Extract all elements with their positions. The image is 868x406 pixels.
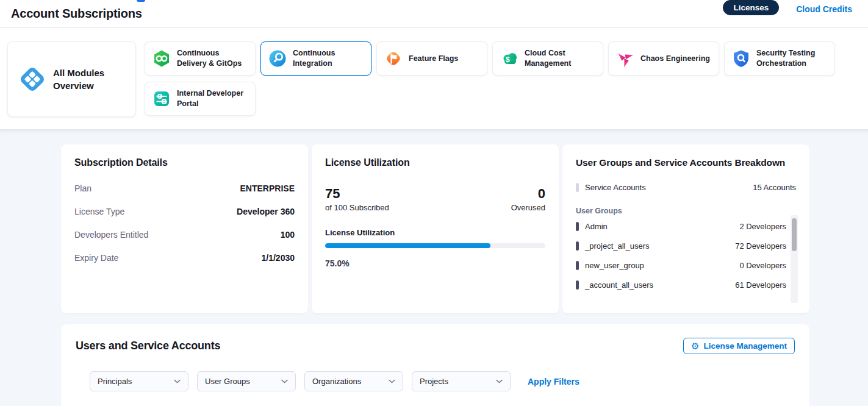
cd-gitops-icon [152,49,171,68]
detail-row-developers-entitled: Developers Entitled 100 [74,230,295,240]
detail-label: License Type [74,207,124,216]
gear-icon: ⚙ [691,341,699,351]
chevron-down-icon [496,379,503,383]
content-area: Subscription Details Plan ENTERPRISE Lic… [0,129,868,406]
group-name: Admin [585,222,608,231]
service-accounts-row: Service Accounts 15 Accounts [576,183,796,192]
module-card-continuous-integration[interactable]: Continuous Integration [260,41,371,76]
usage-numbers: 75 of 100 Subscribed 0 Overused [325,187,545,212]
license-utilization-title: License Utilization [325,157,545,168]
group-value: 61 Developers [735,280,796,290]
dropdown-label: User Groups [205,377,250,386]
module-card-feature-flags[interactable]: Feature Flags [376,41,487,76]
dropdown-label: Projects [420,377,448,386]
module-label: Internal Developer Portal [177,88,249,109]
projects-dropdown[interactable]: Projects [412,371,511,391]
license-utilization-bar-track [325,243,545,248]
module-label: Continuous Integration [293,48,365,69]
dropdown-label: Organizations [312,377,361,386]
security-testing-icon [732,49,750,68]
module-label: Chaos Engineering [640,54,710,64]
group-marker [576,241,579,251]
developer-portal-icon [152,90,171,108]
detail-value: 1/1/2030 [262,253,295,263]
all-modules-overview-label: All Modules Overview [53,66,120,92]
chaos-engineering-icon [616,49,634,68]
subscription-details-title: Subscription Details [74,157,295,168]
list-item: Admin 2 Developers [576,216,796,236]
svg-text:$: $ [506,55,510,64]
license-utilization-card: License Utilization 75 of 100 Subscribed… [312,144,559,313]
module-label: Continuous Delivery & GitOps [177,48,249,69]
detail-value: 100 [281,230,295,240]
chevron-down-icon [174,379,181,383]
service-accounts-label: Service Accounts [585,183,646,192]
detail-label: Plan [74,183,91,193]
header-actions: Licenses Cloud Credits [723,0,852,15]
apply-filters-button[interactable]: Apply Filters [528,377,579,386]
group-value: 72 Developers [735,241,796,251]
cloud-credits-link[interactable]: Cloud Credits [796,2,852,14]
module-card-cloud-cost[interactable]: $ Cloud Cost Management [492,41,603,76]
chevron-down-icon [389,379,395,383]
module-strip: All Modules Overview Continuous Delivery… [0,28,868,129]
page-title: Account Subscriptions [11,7,142,21]
license-management-label: License Management [703,341,787,351]
user-groups-list: Admin 2 Developers _project_all_users 72… [576,216,796,294]
detail-row-license-type: License Type Developer 360 [74,207,295,216]
licenses-button[interactable]: Licenses [723,0,779,15]
detail-row-expiry-date: Expiry Date 1/1/2030 [74,253,295,263]
module-label: Cloud Cost Management [525,48,597,69]
license-utilization-bar-fill [325,243,490,248]
users-and-service-accounts-card: Users and Service Accounts ⚙ License Man… [61,324,809,406]
breakdown-card: User Groups and Service Accounts Breakdo… [562,144,809,313]
chevron-down-icon [281,379,288,383]
users-section-title: Users and Service Accounts [76,340,220,352]
module-label: Security Testing Orchestration [756,48,828,69]
nav-active-indicator [137,0,145,2]
user-groups-heading: User Groups [576,207,796,215]
utilization-percent: 75.0% [325,258,545,268]
detail-row-plan: Plan ENTERPRISE [74,183,295,193]
module-card-cd-gitops[interactable]: Continuous Delivery & GitOps [145,41,256,76]
used-count: 75 [325,187,389,201]
all-modules-overview-card[interactable]: All Modules Overview [7,41,136,117]
groups-scrollbar-track[interactable] [791,215,798,303]
group-value: 0 Developers [739,261,796,270]
page-header: Account Subscriptions Licenses Cloud Cre… [0,0,868,28]
license-management-button[interactable]: ⚙ License Management [683,338,795,354]
groups-scrollbar-thumb[interactable] [792,218,797,251]
detail-value: Developer 360 [237,207,295,216]
group-name: _account_all_users [585,280,653,290]
module-cards: Continuous Delivery & GitOps Continuous … [145,41,840,117]
continuous-integration-icon [268,49,287,68]
service-accounts-marker [576,183,579,192]
group-name: new_user_group [585,261,644,270]
group-name: _project_all_users [585,241,650,251]
group-marker [576,222,579,231]
filters-row: Principals User Groups Organizations Pro… [90,371,795,391]
breakdown-title: User Groups and Service Accounts Breakdo… [576,157,796,168]
used-caption: of 100 Subscribed [325,203,389,212]
detail-label: Expiry Date [74,253,118,263]
cloud-cost-icon: $ [500,49,518,68]
list-item: _project_all_users 72 Developers [576,236,796,255]
module-card-chaos-engineering[interactable]: Chaos Engineering [608,41,719,76]
subscription-detail-rows: Plan ENTERPRISE License Type Developer 3… [74,183,295,263]
group-marker [576,280,579,290]
service-accounts-value: 15 Accounts [753,183,796,192]
all-modules-icon [19,66,46,93]
list-item: _account_all_users 61 Developers [576,275,796,294]
overused-caption: Overused [511,203,545,212]
users-section-header: Users and Service Accounts ⚙ License Man… [76,338,795,354]
subscription-details-card: Subscription Details Plan ENTERPRISE Lic… [61,144,308,313]
principals-dropdown[interactable]: Principals [90,371,188,391]
detail-label: Developers Entitled [74,230,148,240]
group-marker [576,261,579,270]
user-groups-dropdown[interactable]: User Groups [197,371,296,391]
module-card-developer-portal[interactable]: Internal Developer Portal [145,82,256,116]
organizations-dropdown[interactable]: Organizations [304,371,403,391]
stat-cards: Subscription Details Plan ENTERPRISE Lic… [61,144,809,313]
used-block: 75 of 100 Subscribed [325,187,389,212]
module-card-security-testing[interactable]: Security Testing Orchestration [724,41,835,76]
